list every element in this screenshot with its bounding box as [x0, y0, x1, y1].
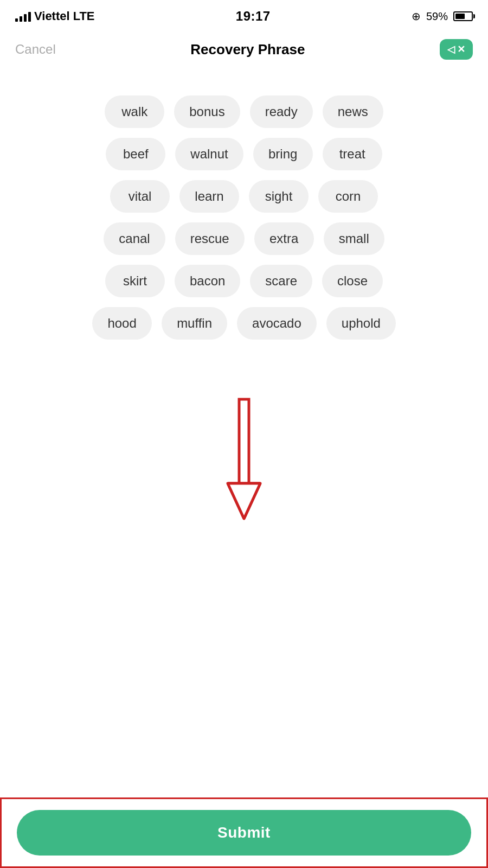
arrow-annotation	[0, 383, 488, 535]
svg-rect-0	[239, 399, 249, 486]
page-title: Recovery Phrase	[190, 41, 305, 58]
lock-icon: ⊕	[412, 10, 421, 23]
word-muffin[interactable]: muffin	[162, 307, 227, 340]
word-row-5: skirt bacon scare close	[105, 265, 383, 297]
word-learn[interactable]: learn	[179, 180, 239, 213]
word-skirt[interactable]: skirt	[105, 265, 165, 297]
battery-icon	[453, 11, 473, 21]
word-news[interactable]: news	[323, 95, 383, 128]
submit-area: Submit	[0, 797, 488, 868]
word-rescue[interactable]: rescue	[175, 222, 245, 255]
status-bar: Viettel LTE 19:17 ⊕ 59%	[0, 0, 488, 30]
word-bring[interactable]: bring	[253, 138, 313, 170]
word-small[interactable]: small	[324, 222, 384, 255]
word-bacon[interactable]: bacon	[175, 265, 240, 297]
word-row-2: beef walnut bring treat	[106, 138, 382, 170]
word-treat[interactable]: treat	[323, 138, 382, 170]
word-uphold[interactable]: uphold	[326, 307, 396, 340]
word-walk[interactable]: walk	[105, 95, 164, 128]
signal-icon	[15, 11, 31, 22]
backspace-x-icon: ✕	[457, 43, 465, 55]
word-row-6: hood muffin avocado uphold	[92, 307, 396, 340]
down-arrow-icon	[225, 394, 263, 524]
word-hood[interactable]: hood	[92, 307, 152, 340]
word-corn[interactable]: corn	[318, 180, 378, 213]
word-avocado[interactable]: avocado	[237, 307, 317, 340]
word-vital[interactable]: vital	[110, 180, 170, 213]
word-row-1: walk bonus ready news	[105, 95, 383, 128]
nav-bar: Cancel Recovery Phrase ◁ ✕	[0, 30, 488, 68]
network-label: LTE	[73, 9, 95, 23]
word-canal[interactable]: canal	[104, 222, 165, 255]
word-scare[interactable]: scare	[250, 265, 312, 297]
word-beef[interactable]: beef	[106, 138, 165, 170]
backspace-arrow-icon: ◁	[447, 43, 455, 55]
status-time: 19:17	[236, 9, 271, 24]
word-bonus[interactable]: bonus	[174, 95, 240, 128]
word-row-3: vital learn sight corn	[110, 180, 378, 213]
submit-button[interactable]: Submit	[17, 810, 471, 856]
status-left: Viettel LTE	[15, 9, 95, 23]
carrier-label: Viettel	[34, 9, 70, 23]
word-close[interactable]: close	[322, 265, 383, 297]
word-row-4: canal rescue extra small	[104, 222, 384, 255]
word-sight[interactable]: sight	[249, 180, 309, 213]
battery-percent: 59%	[426, 10, 448, 23]
status-right: ⊕ 59%	[412, 10, 473, 23]
svg-marker-2	[229, 484, 259, 518]
word-grid: walk bonus ready news beef walnut bring …	[0, 68, 488, 361]
word-walnut[interactable]: walnut	[175, 138, 243, 170]
word-extra[interactable]: extra	[254, 222, 314, 255]
word-ready[interactable]: ready	[250, 95, 313, 128]
cancel-button[interactable]: Cancel	[15, 42, 56, 57]
backspace-button[interactable]: ◁ ✕	[440, 39, 473, 60]
